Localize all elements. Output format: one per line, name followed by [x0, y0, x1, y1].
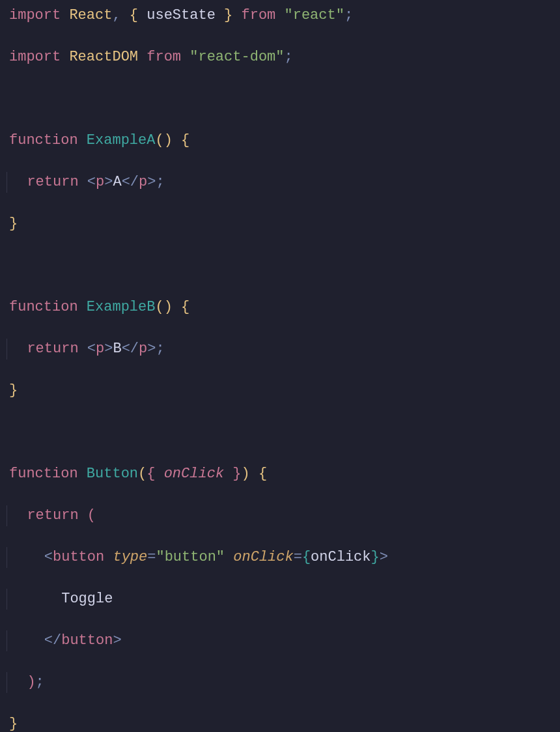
code-line: </button>	[7, 630, 553, 651]
code-line: import ReactDOM from "react-dom";	[7, 47, 553, 68]
code-line: }	[7, 714, 553, 732]
code-line: return (	[7, 505, 553, 526]
code-line: );	[7, 672, 553, 693]
code-line	[7, 89, 553, 109]
code-line: return <p>A</p>;	[7, 172, 553, 193]
code-line	[7, 422, 553, 443]
code-line: }	[7, 380, 553, 401]
code-line: return <p>B</p>;	[7, 339, 553, 359]
code-line: function Button({ onClick }) {	[7, 464, 553, 485]
code-line: function ExampleB() {	[7, 297, 553, 318]
code-block: import React, { useState } from "react";…	[0, 0, 560, 732]
code-line: <button type="button" onClick={onClick}>	[7, 547, 553, 568]
code-line: import React, { useState } from "react";	[7, 5, 553, 26]
code-line: }	[7, 214, 553, 234]
code-line	[7, 255, 553, 276]
code-line: Toggle	[7, 589, 553, 610]
code-line: function ExampleA() {	[7, 130, 553, 151]
